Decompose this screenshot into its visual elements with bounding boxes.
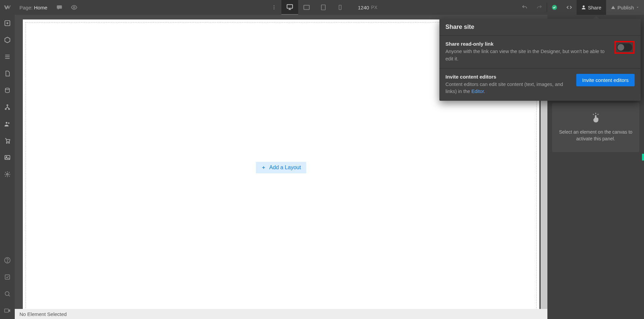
- page-name[interactable]: Home: [34, 5, 52, 10]
- svg-rect-6: [321, 5, 325, 10]
- share-readonly-toggle[interactable]: [617, 43, 632, 51]
- svg-point-16: [6, 142, 7, 143]
- video-button[interactable]: [0, 302, 15, 319]
- svg-point-1: [274, 5, 275, 6]
- svg-point-20: [7, 174, 8, 175]
- device-tablet-landscape-button[interactable]: [298, 0, 315, 15]
- add-element-button[interactable]: [0, 15, 15, 32]
- breadcrumb-bar: No Element Selected: [15, 309, 547, 319]
- help-button[interactable]: [0, 252, 15, 269]
- publish-button[interactable]: Publish: [606, 0, 644, 15]
- pages-button[interactable]: [0, 65, 15, 82]
- svg-point-2: [274, 7, 275, 8]
- top-bar: Page: Home 1240 PX: [0, 0, 644, 15]
- status-ok-icon[interactable]: [547, 0, 562, 15]
- cms-button[interactable]: [0, 82, 15, 99]
- audit-button[interactable]: [0, 269, 15, 285]
- structure-button[interactable]: [0, 99, 15, 116]
- toggle-knob: [618, 44, 624, 51]
- topbar-left: Page: Home: [0, 0, 82, 15]
- undo-button[interactable]: [517, 0, 532, 15]
- canvas-width-value: 1240: [358, 5, 369, 10]
- share-readonly-toggle-highlight: [614, 41, 635, 54]
- symbols-button[interactable]: [0, 32, 15, 48]
- share-editors-section: Invite content editors Content editors c…: [439, 69, 641, 101]
- svg-point-24: [5, 291, 9, 295]
- webflow-logo[interactable]: [0, 0, 15, 15]
- svg-point-10: [5, 88, 9, 90]
- share-button-label: Share: [588, 5, 601, 10]
- svg-point-15: [8, 122, 9, 124]
- add-layout-button[interactable]: Add a Layout: [256, 162, 306, 173]
- canvas-width-unit: PX: [371, 5, 377, 10]
- editor-link[interactable]: Editor: [471, 89, 484, 94]
- device-mobile-button[interactable]: [332, 0, 348, 15]
- redo-button[interactable]: [532, 0, 547, 15]
- canvas-size[interactable]: 1240 PX: [358, 5, 377, 10]
- svg-point-22: [7, 262, 8, 262]
- page-label: Page:: [15, 5, 34, 10]
- comments-icon[interactable]: [52, 0, 67, 15]
- share-readonly-section: Share read-only link Anyone with the lin…: [439, 36, 641, 69]
- add-layout-label: Add a Layout: [269, 165, 301, 171]
- share-readonly-desc: Anyone with the link can view the site i…: [445, 48, 609, 63]
- settings-button[interactable]: [0, 166, 15, 183]
- svg-point-14: [6, 122, 7, 124]
- share-button[interactable]: Share: [577, 0, 606, 15]
- right-accent-indicator: [642, 154, 644, 161]
- share-popover-title: Share site: [439, 19, 641, 36]
- svg-point-3: [274, 8, 275, 9]
- device-tablet-portrait-button[interactable]: [315, 0, 332, 15]
- share-editors-title: Invite content editors: [445, 74, 571, 80]
- svg-rect-7: [339, 5, 341, 9]
- svg-point-12: [5, 108, 6, 109]
- topbar-center: 1240 PX: [267, 0, 377, 15]
- share-editors-desc: Content editors can edit site content (t…: [445, 81, 571, 96]
- right-panel-empty-text: Select an element on the canvas to activ…: [559, 129, 633, 142]
- right-panel-empty-card: Select an element on the canvas to activ…: [552, 103, 639, 152]
- assets-button[interactable]: [0, 149, 15, 166]
- publish-button-label: Publish: [618, 5, 634, 10]
- svg-rect-23: [5, 275, 9, 279]
- more-vertical-icon[interactable]: [267, 0, 281, 15]
- svg-rect-5: [304, 5, 310, 10]
- svg-point-0: [73, 7, 75, 8]
- navigator-button[interactable]: [0, 48, 15, 65]
- preview-icon[interactable]: [67, 0, 82, 15]
- svg-point-11: [7, 105, 8, 106]
- users-button[interactable]: [0, 116, 15, 132]
- share-popover: Share site Share read-only link Anyone w…: [439, 19, 641, 101]
- svg-point-17: [9, 142, 10, 143]
- share-readonly-title: Share read-only link: [445, 41, 609, 47]
- topbar-right: Share Publish: [517, 0, 644, 15]
- breadcrumb-status: No Element Selected: [19, 311, 67, 317]
- search-button[interactable]: [0, 285, 15, 302]
- device-desktop-button[interactable]: [281, 0, 298, 15]
- export-code-button[interactable]: [562, 0, 577, 15]
- ecommerce-button[interactable]: [0, 132, 15, 149]
- svg-point-13: [8, 108, 9, 109]
- left-rail: [0, 15, 15, 319]
- svg-rect-25: [5, 309, 9, 312]
- invite-content-editors-button[interactable]: Invite content editors: [576, 74, 635, 86]
- svg-rect-4: [287, 5, 293, 8]
